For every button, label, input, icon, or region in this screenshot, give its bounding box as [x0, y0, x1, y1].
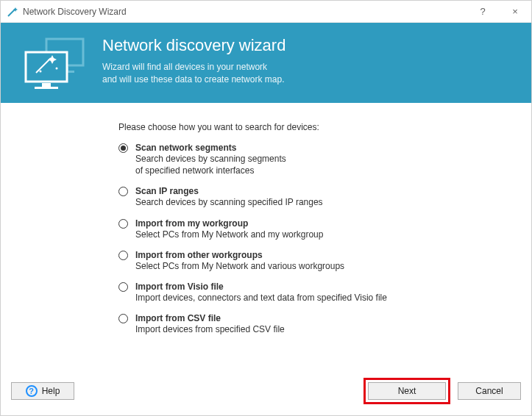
window-title: Network Discovery Wizard [23, 7, 467, 17]
svg-point-8 [40, 71, 42, 73]
radio-icon[interactable] [118, 219, 128, 229]
option-body: Import from Visio fileImport devices, co… [135, 281, 387, 304]
cancel-button[interactable]: Cancel [458, 382, 521, 400]
option-import-from-other-workgroups[interactable]: Import from other workgroupsSelect PCs f… [118, 250, 517, 272]
help-button[interactable]: ? Help [11, 382, 74, 400]
banner-text: Network discovery wizard Wizard will fin… [102, 36, 285, 86]
help-icon: ? [26, 385, 38, 397]
footer: ? Help Next Cancel [1, 377, 531, 415]
content-area: Please choose how you want to search for… [1, 103, 531, 377]
cancel-button-label: Cancel [475, 386, 503, 396]
titlebar-controls: ? × [467, 1, 531, 23]
help-titlebar-button[interactable]: ? [467, 1, 499, 23]
option-desc: Search devices by scanning specified IP … [135, 196, 323, 208]
banner-sub1: Wizard will find all devices in your net… [102, 61, 285, 73]
option-body: Scan network segmentsSearch devices by s… [135, 143, 286, 176]
svg-rect-4 [26, 52, 67, 82]
wizard-monitors-icon [18, 36, 92, 95]
app-wizard-icon [7, 6, 18, 18]
radio-icon[interactable] [118, 143, 128, 153]
option-body: Import from other workgroupsSelect PCs f… [135, 250, 344, 272]
radio-icon[interactable] [118, 187, 128, 196]
banner: Network discovery wizard Wizard will fin… [1, 23, 531, 103]
prompt-text: Please choose how you want to search for… [118, 122, 517, 132]
option-import-from-visio-file[interactable]: Import from Visio fileImport devices, co… [118, 281, 517, 304]
svg-point-9 [56, 68, 58, 70]
titlebar: Network Discovery Wizard ? × [1, 1, 531, 23]
option-import-from-csv-file[interactable]: Import from CSV fileImport devices from … [118, 313, 517, 335]
option-title: Import from Visio file [135, 281, 387, 292]
option-title: Scan network segments [135, 143, 286, 153]
option-title: Import from my workgroup [135, 218, 323, 229]
option-title: Import from CSV file [135, 313, 285, 323]
svg-rect-5 [42, 83, 51, 87]
option-desc: Select PCs from My Network and my workgr… [135, 229, 323, 240]
option-scan-ip-ranges[interactable]: Scan IP rangesSearch devices by scanning… [118, 186, 517, 208]
option-desc: Select PCs from My Network and various w… [135, 260, 344, 272]
option-body: Import from my workgroupSelect PCs from … [135, 218, 323, 240]
option-body: Scan IP rangesSearch devices by scanning… [135, 186, 323, 208]
option-import-from-my-workgroup[interactable]: Import from my workgroupSelect PCs from … [118, 218, 517, 240]
radio-icon[interactable] [118, 282, 128, 292]
svg-rect-6 [35, 87, 58, 89]
radio-icon[interactable] [118, 314, 128, 323]
help-button-label: Help [42, 386, 60, 396]
next-button[interactable]: Next [368, 382, 446, 400]
option-desc: Import devices from specified CSV file [135, 323, 285, 335]
next-button-label: Next [398, 386, 416, 396]
option-title: Scan IP ranges [135, 186, 323, 196]
option-desc: Search devices by scanning segmentsof sp… [135, 153, 286, 176]
option-title: Import from other workgroups [135, 250, 344, 260]
option-scan-network-segments[interactable]: Scan network segmentsSearch devices by s… [118, 143, 517, 176]
banner-heading: Network discovery wizard [102, 36, 285, 55]
option-body: Import from CSV fileImport devices from … [135, 313, 285, 335]
option-desc: Import devices, connectors and text data… [135, 292, 387, 304]
options-list: Scan network segmentsSearch devices by s… [118, 143, 517, 335]
banner-sub2: and will use these data to create networ… [102, 73, 285, 86]
radio-icon[interactable] [118, 251, 128, 260]
close-button[interactable]: × [499, 1, 531, 23]
next-button-highlight: Next [363, 378, 450, 404]
